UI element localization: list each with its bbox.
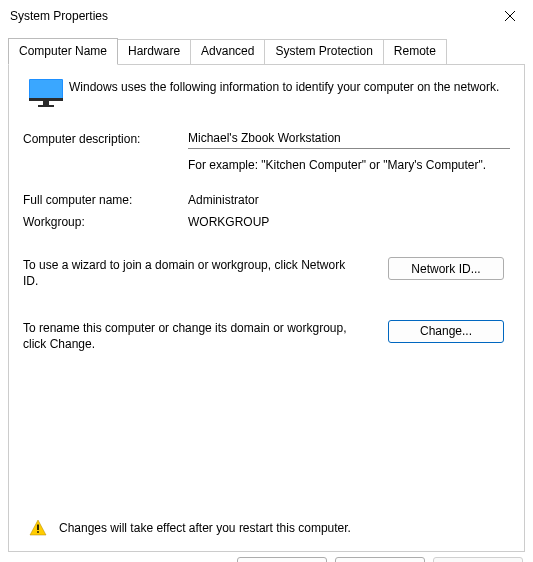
restart-warning-text: Changes will take effect after you resta… [59, 521, 351, 535]
close-icon [505, 11, 515, 21]
svg-rect-1 [30, 80, 62, 98]
tab-computer-name[interactable]: Computer Name [8, 38, 118, 65]
tab-advanced[interactable]: Advanced [191, 39, 265, 66]
value-workgroup: WORKGROUP [188, 215, 510, 229]
tab-strip: Computer Name Hardware Advanced System P… [0, 32, 533, 65]
titlebar: System Properties [0, 0, 533, 32]
window-title: System Properties [10, 9, 108, 23]
tab-panel-computer-name: Windows uses the following information t… [8, 64, 525, 552]
svg-rect-5 [37, 525, 39, 531]
apply-button[interactable]: Apply [433, 557, 523, 562]
tab-system-protection[interactable]: System Protection [265, 39, 383, 66]
tab-remote[interactable]: Remote [384, 39, 447, 66]
svg-rect-3 [43, 101, 49, 105]
value-full-computer-name: Administrator [188, 193, 510, 207]
label-computer-description: Computer description: [23, 132, 188, 146]
close-button[interactable] [487, 0, 533, 32]
ok-button[interactable]: OK [237, 557, 327, 562]
warning-icon [29, 519, 47, 537]
change-button[interactable]: Change... [388, 320, 504, 343]
label-full-computer-name: Full computer name: [23, 193, 188, 207]
description-example: For example: "Kitchen Computer" or "Mary… [188, 157, 510, 173]
tab-hardware[interactable]: Hardware [118, 39, 191, 66]
svg-rect-4 [38, 105, 54, 107]
svg-rect-2 [29, 98, 63, 101]
svg-rect-6 [37, 531, 39, 533]
cancel-button[interactable]: Cancel [335, 557, 425, 562]
monitor-icon [29, 79, 63, 109]
restart-warning: Changes will take effect after you resta… [23, 519, 510, 537]
network-id-button[interactable]: Network ID... [388, 257, 504, 280]
info-text: Windows uses the following information t… [69, 79, 510, 109]
label-workgroup: Workgroup: [23, 215, 188, 229]
change-text: To rename this computer or change its do… [23, 320, 388, 352]
computer-description-input[interactable] [188, 129, 510, 149]
dialog-footer: OK Cancel Apply [0, 557, 533, 562]
network-id-text: To use a wizard to join a domain or work… [23, 257, 388, 289]
